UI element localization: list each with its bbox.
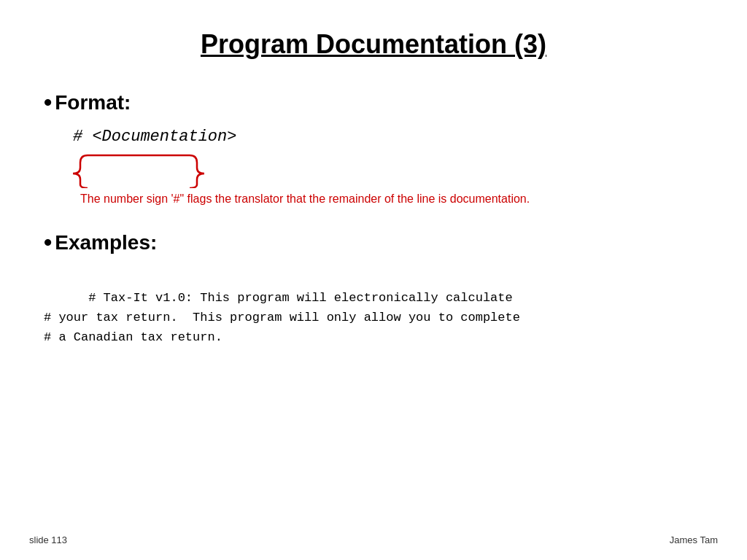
- format-heading: • Format:: [44, 89, 703, 116]
- bullet-dot-examples: •: [44, 229, 52, 256]
- slide-title: Program Documentation (3): [44, 29, 703, 60]
- format-heading-text: Format:: [55, 91, 131, 114]
- examples-line2: # your tax return. This program will onl…: [44, 311, 520, 324]
- examples-heading-text: Examples:: [55, 231, 157, 254]
- slide-footer: slide 113 James Tam: [29, 534, 718, 545]
- annotation-text: The number sign '#" flags the translator…: [80, 191, 703, 207]
- examples-line1: # Tax-It v1.0: This program will electro…: [88, 291, 513, 305]
- examples-code: # Tax-It v1.0: This program will electro…: [44, 268, 703, 367]
- format-code: # <Documentation>: [73, 128, 703, 146]
- format-section: • Format: # <Documentation> The number s…: [44, 89, 703, 207]
- slide-number: slide 113: [29, 534, 67, 545]
- examples-heading: • Examples:: [44, 229, 703, 256]
- bullet-dot-format: •: [44, 89, 52, 116]
- annotation-container: The number sign '#" flags the translator…: [73, 152, 703, 207]
- examples-line3: # a Canadian tax return.: [44, 330, 222, 344]
- author-name: James Tam: [670, 534, 718, 545]
- examples-section: • Examples: # Tax-It v1.0: This program …: [44, 229, 703, 367]
- slide-container: Program Documentation (3) • Format: # <D…: [0, 0, 747, 560]
- curly-brace-icon: [73, 152, 204, 188]
- annotation-content: The number sign '#" flags the translator…: [80, 192, 530, 205]
